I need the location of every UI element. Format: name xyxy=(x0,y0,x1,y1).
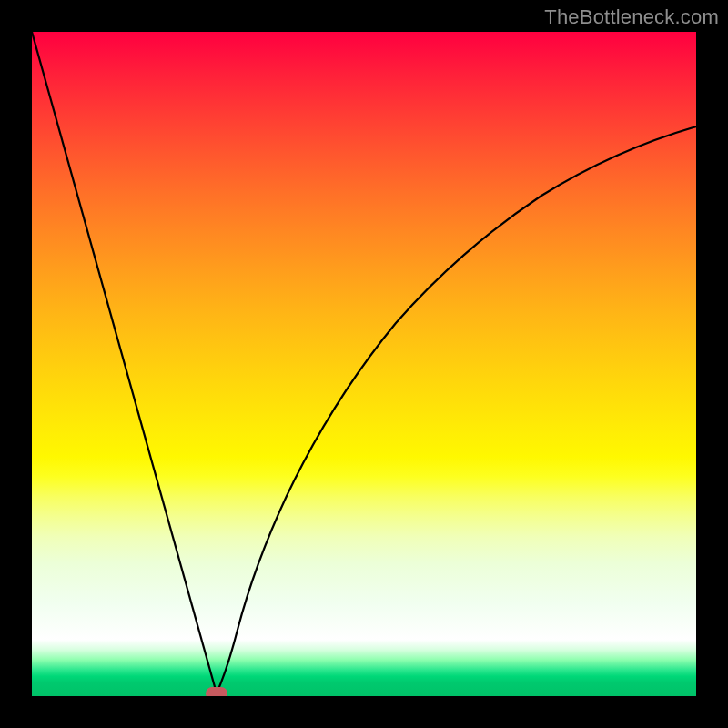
minimum-marker xyxy=(206,687,228,696)
chart-frame: TheBottleneck.com xyxy=(0,0,728,728)
right-branch-curve xyxy=(217,126,696,693)
left-branch-curve xyxy=(32,32,217,693)
plot-area xyxy=(32,32,696,696)
watermark-text: TheBottleneck.com xyxy=(544,5,719,29)
curve-layer xyxy=(32,32,696,696)
